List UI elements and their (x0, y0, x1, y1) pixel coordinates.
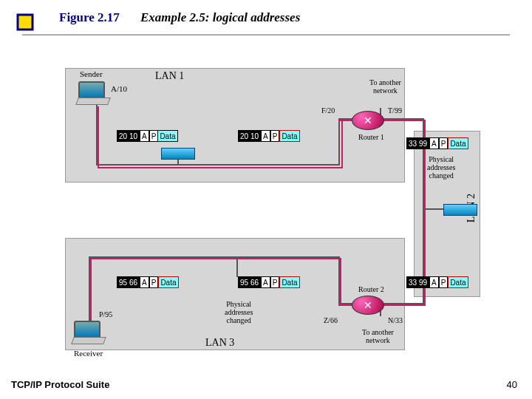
to-another-network-bottom: To another network (362, 328, 394, 344)
packet-a: A (140, 276, 149, 288)
wire (338, 120, 340, 164)
addr-t99: T/99 (388, 106, 402, 115)
sender-laptop-icon (78, 81, 115, 108)
packet-5: 95 66 A P Data (238, 276, 300, 288)
page-number: 40 (507, 379, 517, 390)
packet-p: P (439, 276, 449, 288)
packet-mac: 33 99 (406, 276, 429, 288)
slide-header: Figure 2.17 Example 2.5: logical address… (15, 7, 517, 37)
packet-data: Data (448, 137, 468, 149)
router2-icon: ✕ (352, 296, 384, 315)
packet-1: 20 10 A P Data (117, 130, 178, 142)
packet-data: Data (279, 130, 299, 142)
wire (423, 208, 445, 210)
addr-p95: P/95 (99, 310, 112, 318)
wire (236, 256, 238, 277)
lan3-region (65, 238, 405, 350)
packet-data: Data (448, 276, 468, 288)
packet-data: Data (279, 276, 299, 288)
packet-a: A (429, 137, 439, 149)
phys-changed-bottom: Physical addresses changed (225, 300, 253, 324)
router2-label: Router 2 (358, 285, 384, 293)
lan3-label: LAN 3 (205, 337, 234, 349)
path-line (341, 121, 343, 168)
header-divider (22, 34, 510, 35)
packet-p: P (149, 276, 159, 288)
phys-changed-top: Physical addresses changed (427, 155, 455, 180)
sender-label: Sender (80, 69, 103, 78)
router1-label: Router 1 (358, 133, 384, 141)
packet-mac: 95 66 (238, 276, 261, 288)
to-another-network-top: To another network (369, 78, 401, 95)
addr-z66: Z/66 (324, 316, 338, 324)
hub-icon (443, 204, 477, 216)
path-line (89, 258, 341, 259)
addr-a10: A/10 (111, 84, 127, 93)
packet-data: Data (158, 276, 178, 288)
packet-p: P (149, 130, 159, 142)
packet-a: A (261, 130, 270, 142)
path-line (98, 167, 341, 168)
router1-icon: ✕ (352, 111, 384, 130)
packet-mac: 20 10 (117, 130, 140, 142)
packet-a: A (429, 276, 439, 288)
lan1-bus (96, 164, 340, 166)
receiver-label: Receiver (74, 349, 103, 358)
receiver-laptop-icon (74, 321, 111, 347)
packet-p: P (270, 130, 280, 142)
addr-f20: F/20 (321, 106, 335, 115)
packet-p: P (270, 276, 280, 288)
packet-a: A (140, 130, 149, 142)
path-line (98, 106, 99, 167)
addr-n33: N/33 (388, 316, 403, 324)
bullet-icon (15, 12, 35, 33)
packet-mac: 33 99 (406, 137, 429, 149)
packet-mac: 95 66 (117, 276, 140, 288)
path-line (381, 120, 424, 121)
path-line (340, 258, 341, 306)
path-line (380, 304, 426, 306)
path-line (90, 258, 92, 324)
packet-6: 33 99 A P Data (406, 276, 468, 288)
packet-3: 33 99 A P Data (406, 137, 468, 149)
hub-icon (161, 148, 195, 160)
packet-a: A (261, 276, 270, 288)
svg-rect-0 (18, 15, 33, 30)
figure-label: Figure 2.17 (59, 10, 120, 25)
packet-data: Data (158, 130, 177, 142)
packet-mac: 20 10 (238, 130, 261, 142)
lan1-label: LAN 1 (155, 70, 184, 82)
example-label: Example 2.5: logical addresses (140, 10, 300, 25)
packet-4: 95 66 A P Data (117, 276, 179, 288)
footer-text: TCP/IP Protocol Suite (11, 379, 109, 390)
packet-p: P (439, 137, 449, 149)
network-diagram: LAN 1 LAN 2 LAN 3 ✕ ✕ Sender A/10 F/20 T… (74, 68, 488, 364)
packet-2: 20 10 A P Data (238, 130, 300, 142)
